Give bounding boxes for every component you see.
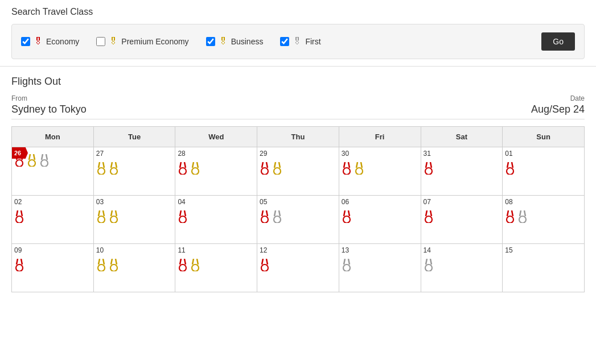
date-number: 14 [424, 246, 500, 254]
icons-row [342, 160, 418, 177]
svg-line-6 [42, 154, 43, 160]
icons-row [260, 257, 336, 274]
date-number: 30 [342, 150, 418, 158]
economy-label: Economy [46, 37, 79, 46]
date-number: 01 [505, 150, 582, 158]
gold-medal-icon [109, 162, 119, 175]
route-row: From Sydney to Tokyo Date Aug/Sep 24 [11, 94, 585, 119]
svg-line-37 [512, 162, 513, 168]
calendar-cell[interactable]: 01 [503, 147, 585, 196]
calendar-day-header-thu: Thu [257, 127, 339, 147]
svg-line-21 [262, 162, 263, 168]
svg-line-64 [512, 210, 513, 216]
icons-row [505, 208, 582, 225]
svg-point-41 [16, 216, 23, 223]
icons-row [424, 257, 500, 274]
calendar-cell[interactable]: 09 [12, 244, 94, 292]
red-medal-icon [342, 162, 352, 175]
gold-medal-icon [190, 162, 200, 175]
svg-line-4 [34, 154, 35, 160]
calendar-cell[interactable]: 08 [503, 196, 585, 244]
first-option[interactable]: 🎖 First [280, 36, 320, 47]
business-option[interactable]: 🎖 Business [206, 36, 264, 47]
svg-line-57 [344, 210, 345, 216]
calendar-cell[interactable]: 14 [421, 244, 503, 292]
svg-line-22 [266, 162, 268, 168]
date-number: 04 [178, 198, 254, 206]
premium-economy-icon: 🎖 [109, 36, 118, 47]
svg-line-58 [348, 210, 350, 216]
icons-row [260, 160, 336, 177]
premium-economy-option[interactable]: 🎖 Premium Economy [96, 36, 188, 47]
calendar-cell[interactable]: 02 [12, 196, 94, 244]
svg-point-68 [519, 216, 526, 223]
date-number: 06 [342, 198, 418, 206]
svg-point-59 [343, 216, 350, 223]
svg-line-7 [46, 154, 47, 160]
svg-line-76 [116, 259, 117, 264]
business-checkbox[interactable] [206, 37, 215, 46]
calendar-cell[interactable]: 06 [339, 196, 421, 244]
gold-medal-icon [96, 162, 106, 175]
search-title: Search Travel Class [11, 7, 585, 17]
calendar-cell[interactable]: 28 [175, 147, 257, 196]
svg-line-82 [197, 259, 198, 264]
svg-line-33 [426, 162, 427, 168]
economy-option[interactable]: 🎖 Economy [21, 36, 79, 47]
calendar-cell[interactable]: 10 [93, 244, 175, 292]
calendar-header-row: MonTueWedThuFriSatSun [12, 127, 585, 147]
svg-line-28 [348, 162, 350, 168]
red-medal-icon [342, 210, 352, 223]
svg-point-71 [16, 264, 23, 271]
svg-point-17 [179, 168, 186, 175]
date-number: 02 [14, 198, 91, 206]
calendar-cell[interactable]: 12 [257, 244, 339, 292]
svg-line-9 [98, 162, 100, 168]
svg-point-74 [98, 264, 105, 271]
travel-class-row: 🎖 Economy 🎖 Premium Economy 🎖 Business 🎖… [11, 24, 585, 59]
calendar-cell[interactable]: 31 [421, 147, 503, 196]
red-medal-icon [424, 210, 434, 223]
svg-line-84 [262, 259, 263, 264]
calendar-cell[interactable]: 27 [93, 147, 175, 196]
calendar-cell[interactable]: 26 [12, 147, 94, 196]
svg-line-81 [192, 259, 194, 264]
icons-row [96, 208, 173, 225]
svg-line-1 [21, 154, 22, 160]
calendar-cell[interactable]: 05 [257, 196, 339, 244]
svg-point-80 [179, 264, 186, 271]
svg-line-46 [116, 210, 117, 216]
calendar-row: 26 27 28 29 30 [12, 147, 585, 196]
calendar-table: MonTueWedThuFriSatSun 26 27 28 29 [11, 126, 585, 292]
calendar-cell[interactable]: 04 [175, 196, 257, 244]
search-section: Search Travel Class 🎖 Economy 🎖 Premium … [0, 0, 596, 67]
calendar-day-header-mon: Mon [12, 127, 94, 147]
gold-medal-icon [272, 162, 282, 175]
svg-line-39 [17, 210, 18, 216]
svg-line-51 [262, 210, 263, 216]
calendar-cell[interactable]: 15 [503, 244, 585, 292]
first-label: First [305, 37, 320, 46]
calendar-cell[interactable]: 13 [339, 244, 421, 292]
svg-line-19 [197, 162, 198, 168]
red-medal-icon [260, 210, 270, 223]
first-checkbox[interactable] [280, 37, 289, 46]
first-icon: 🎖 [293, 36, 302, 47]
svg-line-36 [507, 162, 508, 168]
svg-line-55 [279, 210, 280, 216]
icons-row [424, 160, 500, 177]
calendar-cell[interactable]: 07 [421, 196, 503, 244]
date-number: 08 [505, 198, 582, 206]
calendar-cell[interactable]: 03 [93, 196, 175, 244]
premium-economy-checkbox[interactable] [96, 37, 105, 46]
silver-medal-icon [424, 259, 434, 271]
route-value: Sydney to Tokyo [11, 104, 87, 115]
business-icon: 🎖 [219, 36, 228, 47]
calendar-cell[interactable]: 30 [339, 147, 421, 196]
economy-checkbox[interactable] [21, 37, 30, 46]
svg-line-70 [21, 259, 22, 264]
calendar-body: 26 27 28 29 30 [12, 147, 585, 292]
go-button[interactable]: Go [541, 32, 575, 51]
calendar-cell[interactable]: 29 [257, 147, 339, 196]
calendar-cell[interactable]: 11 [175, 244, 257, 292]
